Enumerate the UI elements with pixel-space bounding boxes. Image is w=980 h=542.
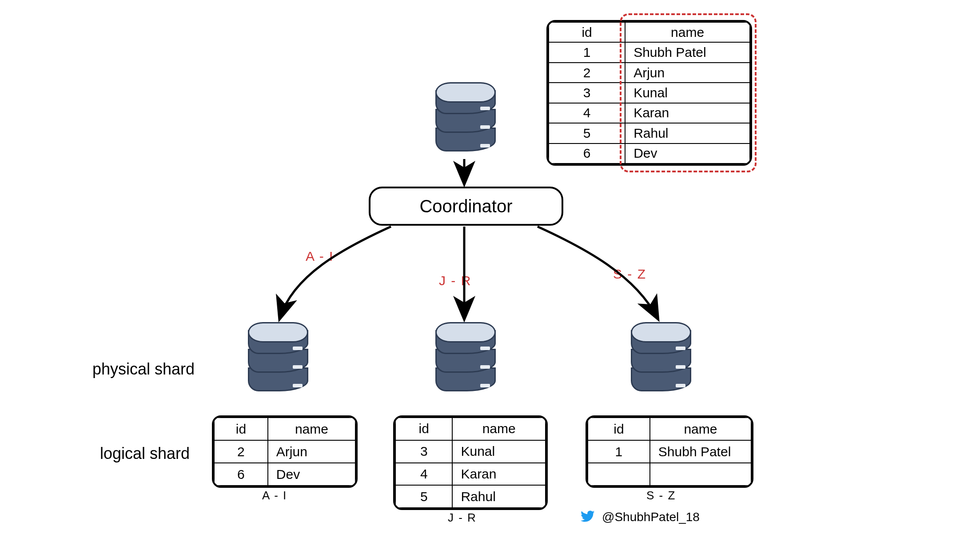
shard-caption-mid: J - R — [448, 511, 477, 525]
range-label-right: S - Z — [613, 267, 646, 282]
shard-table-mid: idname 3Kunal 4Karan 5Rahul — [393, 415, 548, 510]
twitter-handle: @ShubhPatel_18 — [602, 510, 700, 524]
coordinator-box: Coordinator — [369, 187, 563, 226]
database-icon-shard-mid — [435, 322, 493, 393]
twitter-icon — [578, 509, 597, 525]
database-icon-shard-right — [631, 322, 689, 393]
main-data-table: id name 1Shubh Patel 2Arjun 3Kunal 4Kara… — [546, 20, 752, 166]
physical-shard-label: physical shard — [92, 360, 195, 379]
main-header-name: name — [625, 22, 750, 42]
database-icon-shard-left — [248, 322, 306, 393]
logical-shard-label: logical shard — [100, 444, 190, 463]
shard-caption-right: S - Z — [646, 489, 676, 502]
main-header-id: id — [549, 22, 625, 42]
coordinator-label: Coordinator — [419, 196, 512, 216]
shard-table-right: idname 1Shubh Patel — [586, 415, 753, 488]
shard-caption-left: A - I — [262, 489, 287, 502]
database-icon-main — [435, 82, 493, 153]
range-label-left: A - I — [306, 249, 334, 264]
shard-table-left: idname 2Arjun 6Dev — [212, 415, 358, 488]
range-label-mid: J - R — [439, 273, 471, 288]
